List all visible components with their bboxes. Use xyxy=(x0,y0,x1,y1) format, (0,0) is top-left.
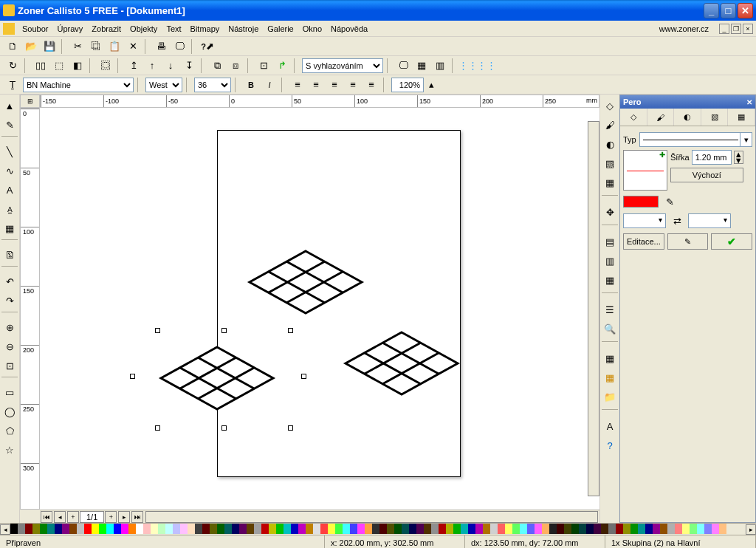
palette-swatch[interactable] xyxy=(180,524,188,534)
new-file-icon[interactable]: 🗋 xyxy=(4,38,21,55)
palette-swatch[interactable] xyxy=(202,524,210,534)
horizontal-scrollbar[interactable] xyxy=(145,511,598,523)
cube-face-top[interactable] xyxy=(247,248,365,316)
view-layers-icon[interactable]: ☰ xyxy=(601,301,619,318)
palette-swatch[interactable] xyxy=(638,524,645,534)
palette-swatch[interactable] xyxy=(424,524,431,534)
palette-swatch[interactable] xyxy=(564,524,571,534)
page-first-button[interactable]: ⏮ xyxy=(41,511,52,523)
rotate-icon[interactable]: ↻ xyxy=(4,58,21,74)
mdi-minimize[interactable]: _ xyxy=(719,24,729,34)
palette-swatch[interactable] xyxy=(239,524,247,534)
palette-swatch[interactable] xyxy=(512,524,520,534)
palette-swatch[interactable] xyxy=(660,524,667,534)
preview-icon[interactable]: 🖵 xyxy=(171,38,188,55)
palette-swatch[interactable] xyxy=(18,524,25,534)
group-icon[interactable]: ⿴ xyxy=(97,58,114,74)
palette-swatch[interactable] xyxy=(291,524,298,534)
insert-image-icon[interactable]: 🖻 xyxy=(1,246,18,264)
palette-swatch[interactable] xyxy=(306,524,313,534)
save-file-icon[interactable]: 💾 xyxy=(41,38,58,55)
selection-handle[interactable] xyxy=(130,374,135,379)
menu-soubor[interactable]: Soubor xyxy=(18,23,52,35)
italic-icon[interactable]: I xyxy=(261,77,278,93)
palette-swatch[interactable] xyxy=(704,524,712,534)
palette-swatch[interactable] xyxy=(630,524,638,534)
palette-swatch[interactable] xyxy=(357,524,365,534)
pen-pick-button[interactable]: ✎ xyxy=(667,233,709,250)
palette-swatch[interactable] xyxy=(143,524,151,534)
palette-swatch[interactable] xyxy=(224,524,232,534)
palette-swatch[interactable] xyxy=(667,524,675,534)
palette-swatch[interactable] xyxy=(394,524,402,534)
palette-swatch[interactable] xyxy=(372,524,379,534)
zoom-out-icon[interactable]: ⊖ xyxy=(1,338,18,355)
bold-icon[interactable]: B xyxy=(243,77,259,93)
horizontal-ruler[interactable]: -150 -100 -50 0 50 100 150 200 250 300 m… xyxy=(40,95,599,108)
palette-swatch[interactable] xyxy=(276,524,284,534)
palette-swatch[interactable] xyxy=(195,524,202,534)
palette-swatch[interactable] xyxy=(653,524,660,534)
selection-handle[interactable] xyxy=(155,328,160,333)
maximize-button[interactable]: □ xyxy=(721,3,736,18)
palette-swatch[interactable] xyxy=(483,524,490,534)
zoom-input[interactable] xyxy=(391,78,424,92)
palette-swatch[interactable] xyxy=(320,524,328,534)
menu-text[interactable]: Text xyxy=(162,23,185,35)
pen-start-arrow-select[interactable] xyxy=(623,213,666,228)
palette-swatch[interactable] xyxy=(62,524,69,534)
palette-swatch[interactable] xyxy=(69,524,77,534)
print-icon[interactable]: 🖶 xyxy=(153,38,169,55)
palette-swatch[interactable] xyxy=(365,524,372,534)
align-left-icon[interactable]: ≡ xyxy=(289,77,306,93)
text-tool-icon[interactable]: A xyxy=(1,181,18,199)
palette-next-icon[interactable]: ▸ xyxy=(746,524,756,535)
pen-panel-icon[interactable]: ◇ xyxy=(601,97,619,114)
palette-swatch[interactable] xyxy=(328,524,335,534)
pen-end-arrow-select[interactable] xyxy=(688,213,731,228)
palette-swatch[interactable] xyxy=(151,524,158,534)
backward-icon[interactable]: ↓ xyxy=(162,58,179,74)
align-distribute-icon[interactable]: ▯▯ xyxy=(32,58,49,74)
cut-icon[interactable]: ✂ xyxy=(69,38,86,55)
palette-swatch[interactable] xyxy=(416,524,424,534)
palette-swatch[interactable] xyxy=(431,524,439,534)
palette-swatch[interactable] xyxy=(549,524,557,534)
palette-swatch[interactable] xyxy=(106,524,114,534)
zoom-fit-icon[interactable]: ⊡ xyxy=(1,357,18,374)
delete-icon[interactable]: ✕ xyxy=(125,38,141,55)
palette-swatch[interactable] xyxy=(165,524,173,534)
zoom-in-icon[interactable]: ⊕ xyxy=(1,318,18,336)
pen-default-button[interactable]: Výchozí xyxy=(670,168,743,182)
fill-panel-icon[interactable]: 🖌 xyxy=(601,116,619,134)
rect-tool-icon[interactable]: ▭ xyxy=(1,383,18,401)
guides-icon[interactable]: ⋮⋮ xyxy=(460,58,476,74)
palette-swatch[interactable] xyxy=(25,524,32,534)
menu-bitmapy[interactable]: Bitmapy xyxy=(186,23,224,35)
vendor-url[interactable]: www.zoner.cz xyxy=(655,23,713,35)
palette-swatch[interactable] xyxy=(675,524,682,534)
palette-swatch[interactable] xyxy=(461,524,468,534)
pen-swap-arrows-icon[interactable]: ⇄ xyxy=(669,213,685,229)
menu-galerie[interactable]: Galerie xyxy=(263,23,298,35)
page-next-button[interactable]: ▸ xyxy=(118,511,130,523)
palette-swatch[interactable] xyxy=(571,524,579,534)
palette-swatch[interactable] xyxy=(712,524,719,534)
pen-width-input[interactable] xyxy=(692,150,732,165)
palette-swatch[interactable] xyxy=(475,524,483,534)
minimize-button[interactable]: _ xyxy=(704,3,719,18)
paste-icon[interactable]: 📋 xyxy=(106,38,123,55)
palette-swatch[interactable] xyxy=(55,524,62,534)
size-icon[interactable]: ⬚ xyxy=(51,58,67,74)
palette-swatch[interactable] xyxy=(284,524,291,534)
palette-swatch[interactable] xyxy=(527,524,535,534)
add-preset-icon[interactable]: ✚ xyxy=(658,151,667,160)
palette-swatch[interactable] xyxy=(217,524,224,534)
canvas-viewport[interactable] xyxy=(40,108,599,510)
palette-swatch[interactable] xyxy=(350,524,357,534)
palette-swatch[interactable] xyxy=(343,524,350,534)
table-tool-icon[interactable]: ▦ xyxy=(1,219,18,237)
pen-tab-3[interactable]: ◐ xyxy=(674,109,701,126)
page-prev-button[interactable]: ◂ xyxy=(54,511,66,523)
palette-swatch[interactable] xyxy=(446,524,453,534)
